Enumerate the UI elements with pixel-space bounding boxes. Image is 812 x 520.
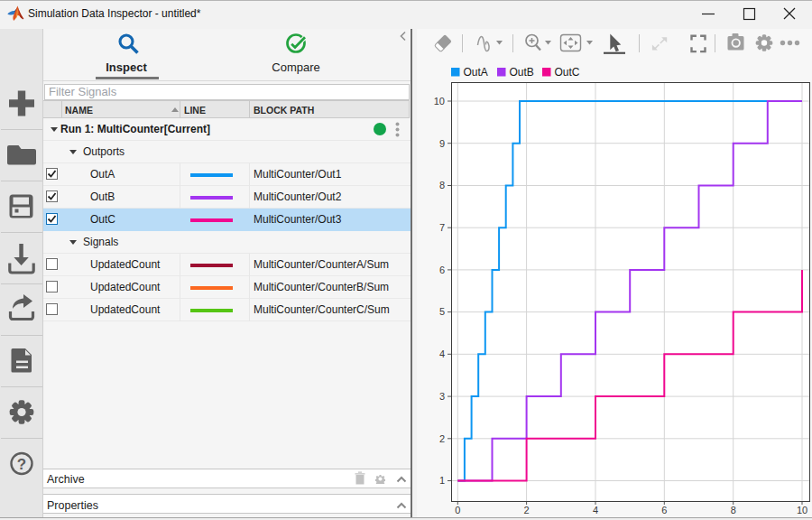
svg-text:6: 6 [661, 505, 667, 515]
svg-text:6: 6 [439, 265, 445, 275]
svg-text:1: 1 [439, 475, 445, 486]
svg-text:0: 0 [455, 505, 460, 515]
svg-text:2: 2 [524, 505, 530, 515]
svg-text:7: 7 [439, 222, 445, 233]
svg-text:9: 9 [439, 138, 445, 149]
svg-text:5: 5 [439, 306, 445, 317]
svg-text:3: 3 [439, 391, 445, 402]
svg-text:10: 10 [434, 96, 445, 107]
svg-text:2: 2 [439, 433, 445, 444]
svg-text:?: ? [17, 456, 26, 473]
svg-text:OutC: OutC [555, 66, 580, 79]
svg-text:4: 4 [439, 348, 445, 359]
svg-text:8: 8 [731, 505, 736, 515]
svg-text:4: 4 [593, 505, 598, 515]
svg-text:OutA: OutA [464, 66, 488, 79]
svg-text:10: 10 [797, 505, 807, 515]
svg-text:8: 8 [439, 180, 445, 190]
svg-text:OutB: OutB [510, 66, 534, 79]
